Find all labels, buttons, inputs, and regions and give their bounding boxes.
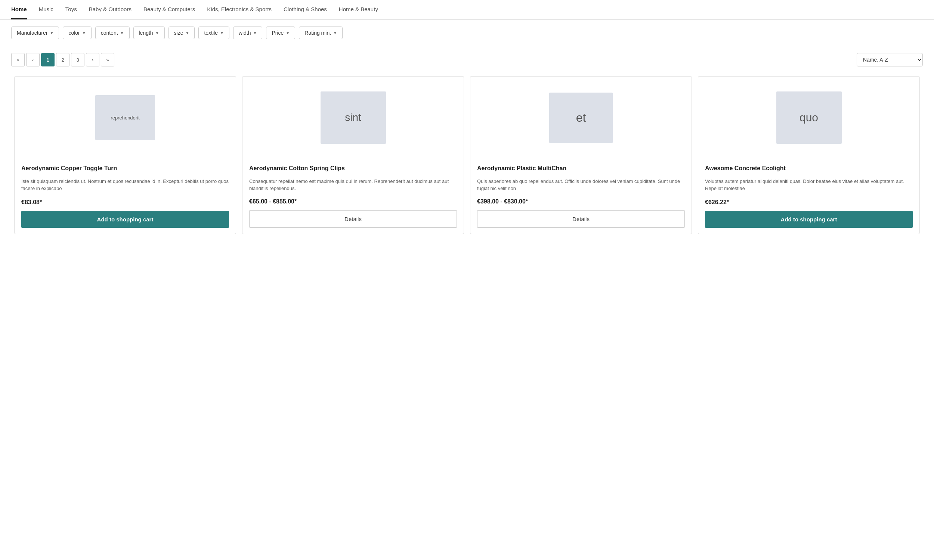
filter-content[interactable]: content▼	[95, 26, 129, 39]
main-nav: HomeMusicToysBaby & OutdoorsBeauty & Com…	[0, 0, 934, 20]
product-image-area: et	[470, 77, 692, 158]
product-name: Aerodynamic Copper Toggle Turn	[21, 165, 229, 172]
product-image-placeholder: reprehenderit	[95, 95, 155, 140]
filter-width[interactable]: width▼	[233, 26, 263, 39]
filter-size[interactable]: size▼	[168, 26, 195, 39]
filter-textile[interactable]: textile▼	[198, 26, 229, 39]
product-name: Awesome Concrete Ecolight	[705, 165, 913, 172]
filter-manufacturer[interactable]: Manufacturer▼	[11, 26, 59, 39]
page-btn-first[interactable]: «	[11, 53, 25, 66]
page-btn-next[interactable]: ›	[86, 53, 99, 66]
filter-length[interactable]: length▼	[133, 26, 165, 39]
pagination: «‹123›»	[11, 53, 114, 66]
chevron-down-icon: ▼	[156, 31, 159, 35]
chevron-down-icon: ▼	[120, 31, 124, 35]
nav-item-clothing--shoes[interactable]: Clothing & Shoes	[284, 0, 327, 19]
product-image-area: quo	[698, 77, 919, 158]
product-price: €83.08*	[21, 199, 229, 206]
chevron-down-icon: ▼	[333, 31, 337, 35]
page-btn-prev[interactable]: ‹	[26, 53, 40, 66]
product-info: Aerodynamic Cotton Spring Clips Consequa…	[242, 158, 464, 234]
nav-item-beauty--computers[interactable]: Beauty & Computers	[143, 0, 195, 19]
product-card: sint Aerodynamic Cotton Spring Clips Con…	[242, 76, 464, 234]
filter-rating-min.[interactable]: Rating min.▼	[299, 26, 342, 39]
page-btn-2[interactable]: 2	[56, 53, 69, 66]
toolbar: «‹123›» Name, A-ZName, Z-APrice, low to …	[0, 46, 934, 73]
nav-item-home[interactable]: Home	[11, 0, 27, 19]
product-card: et Aerodynamic Plastic MultiChan Quis as…	[470, 76, 692, 234]
page-btn-1[interactable]: 1	[41, 53, 54, 66]
filter-color[interactable]: color▼	[63, 26, 91, 39]
product-image-placeholder: sint	[321, 91, 386, 144]
add-to-cart-button[interactable]: Add to shopping cart	[705, 211, 913, 228]
product-info: Aerodynamic Copper Toggle Turn Iste sit …	[15, 158, 236, 234]
nav-item-baby--outdoors[interactable]: Baby & Outdoors	[89, 0, 131, 19]
chevron-down-icon: ▼	[50, 31, 54, 35]
nav-item-music[interactable]: Music	[39, 0, 54, 19]
product-price: €398.00 - €830.00*	[477, 198, 685, 205]
product-price: €626.22*	[705, 199, 913, 206]
chevron-down-icon: ▼	[220, 31, 224, 35]
product-image-placeholder: quo	[776, 91, 842, 144]
product-info: Aerodynamic Plastic MultiChan Quis asper…	[470, 158, 692, 234]
product-name: Aerodynamic Cotton Spring Clips	[249, 165, 457, 172]
product-description: Iste sit quisquam reiciendis ut. Nostrum…	[21, 178, 229, 193]
filter-price[interactable]: Price▼	[266, 26, 295, 39]
product-image-placeholder: et	[549, 92, 613, 143]
details-button[interactable]: Details	[477, 210, 685, 228]
nav-item-toys[interactable]: Toys	[65, 0, 77, 19]
page-btn-last[interactable]: »	[101, 53, 114, 66]
chevron-down-icon: ▼	[286, 31, 290, 35]
product-description: Quis asperiores ab quo repellendus aut. …	[477, 178, 685, 192]
nav-item-home--beauty[interactable]: Home & Beauty	[339, 0, 378, 19]
add-to-cart-button[interactable]: Add to shopping cart	[21, 211, 229, 228]
product-grid: reprehenderit Aerodynamic Copper Toggle …	[0, 73, 934, 248]
product-price: €65.00 - €855.00*	[249, 198, 457, 205]
sort-select[interactable]: Name, A-ZName, Z-APrice, low to highPric…	[857, 53, 923, 66]
nav-item-kids-electronics--sports[interactable]: Kids, Electronics & Sports	[207, 0, 271, 19]
product-card: quo Awesome Concrete Ecolight Voluptas a…	[698, 76, 920, 234]
product-info: Awesome Concrete Ecolight Voluptas autem…	[698, 158, 919, 234]
filter-bar: Manufacturer▼color▼content▼length▼size▼t…	[0, 20, 934, 46]
chevron-down-icon: ▼	[82, 31, 86, 35]
product-name: Aerodynamic Plastic MultiChan	[477, 165, 685, 172]
product-image-area: reprehenderit	[15, 77, 236, 158]
product-image-area: sint	[242, 77, 464, 158]
details-button[interactable]: Details	[249, 210, 457, 228]
page-btn-3[interactable]: 3	[71, 53, 85, 66]
chevron-down-icon: ▼	[185, 31, 189, 35]
product-description: Consequatur repellat nemo est maxime qui…	[249, 178, 457, 192]
chevron-down-icon: ▼	[253, 31, 257, 35]
product-card: reprehenderit Aerodynamic Copper Toggle …	[14, 76, 236, 234]
product-description: Voluptas autem pariatur aliquid deleniti…	[705, 178, 913, 193]
